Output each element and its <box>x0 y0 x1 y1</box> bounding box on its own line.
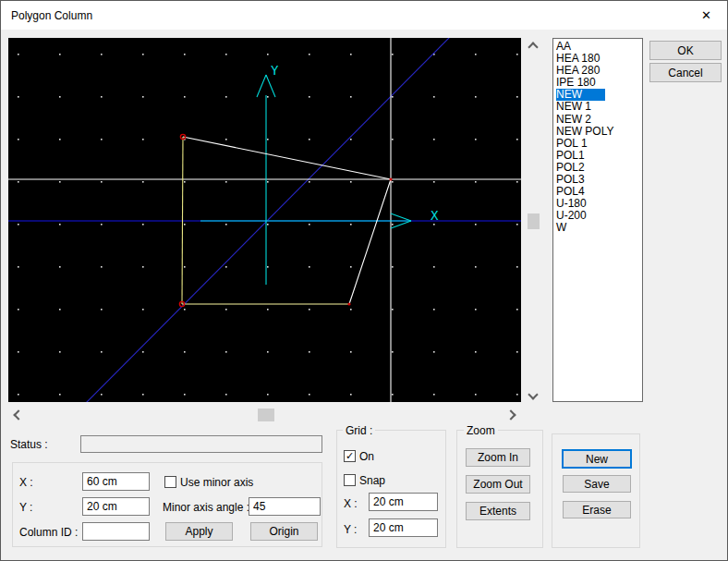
vertical-scrollbar-thumb[interactable] <box>528 213 540 229</box>
new-button[interactable]: New <box>562 449 632 469</box>
zoom-group-title: Zoom <box>464 424 498 437</box>
list-item-label: W <box>556 221 566 234</box>
zoom-out-button[interactable]: Zoom Out <box>466 475 530 494</box>
svg-text:Y: Y <box>271 63 279 78</box>
save-button[interactable]: Save <box>563 475 631 493</box>
title-bar: Polygon Column ✕ <box>1 1 727 30</box>
list-item-label: AA <box>556 40 571 53</box>
x-label: X : <box>19 476 33 489</box>
chevron-up-icon <box>528 42 538 52</box>
list-item[interactable]: W <box>553 222 642 234</box>
chevron-right-icon <box>505 409 516 420</box>
grid-y-input[interactable] <box>369 518 438 537</box>
zoom-in-button[interactable]: Zoom In <box>466 448 530 467</box>
grid-snap-label: Snap <box>359 474 385 487</box>
list-item-label: NEW 1 <box>556 100 591 113</box>
status-field <box>80 435 322 453</box>
use-minor-axis-label: Use minor axis <box>180 476 253 489</box>
polygon-column-dialog: Polygon Column ✕ YX AAHEA 180HEA 280IPE … <box>0 0 728 561</box>
list-item-label: POL4 <box>556 185 585 198</box>
grid-x-input[interactable] <box>369 493 438 511</box>
extents-button[interactable]: Extents <box>466 502 530 520</box>
apply-button[interactable]: Apply <box>165 522 233 541</box>
list-item-label: HEA 280 <box>556 64 600 77</box>
minor-axis-angle-label: Minor axis angle : <box>163 501 249 514</box>
chevron-down-icon <box>528 389 538 399</box>
scroll-left-button[interactable] <box>15 411 22 419</box>
use-minor-axis-checkbox[interactable] <box>164 476 176 488</box>
list-item-label: U-180 <box>556 197 587 210</box>
window-title: Polygon Column <box>11 9 92 22</box>
list-item-label: HEA 180 <box>556 52 600 65</box>
erase-button[interactable]: Erase <box>563 501 631 518</box>
drawing-canvas[interactable]: YX <box>8 38 521 402</box>
grid-on-checkbox[interactable]: ✓ <box>344 450 356 462</box>
list-item-label: POL2 <box>556 161 585 174</box>
grid-y-label: Y : <box>344 523 357 536</box>
scroll-up-button[interactable] <box>529 43 537 51</box>
grid-group-title: Grid : <box>343 424 375 437</box>
list-item-label: POL 1 <box>556 137 588 150</box>
minor-axis-angle-input[interactable] <box>249 497 321 516</box>
cancel-button[interactable]: Cancel <box>649 63 722 82</box>
y-label: Y : <box>19 501 32 514</box>
chevron-left-icon <box>13 409 23 420</box>
grid-x-label: X : <box>344 497 358 510</box>
close-icon: ✕ <box>701 8 711 22</box>
origin-button[interactable]: Origin <box>250 522 318 541</box>
status-label: Status : <box>10 438 48 451</box>
list-item-label: POL3 <box>556 173 585 186</box>
scroll-right-button[interactable] <box>507 411 515 419</box>
horizontal-scrollbar[interactable] <box>8 408 521 422</box>
grid-snap-checkbox[interactable] <box>344 474 356 486</box>
list-item-label: NEW <box>556 89 605 101</box>
list-item-label: U-200 <box>556 209 587 222</box>
section-listbox[interactable]: AAHEA 180HEA 280IPE 180NEWNEW 1NEW 2NEW … <box>552 38 643 402</box>
canvas-drawing: YX <box>8 38 521 402</box>
list-item-label: NEW POLY <box>556 125 613 138</box>
list-item-label: NEW 2 <box>556 113 591 126</box>
svg-text:X: X <box>431 208 439 223</box>
y-input[interactable] <box>82 497 150 516</box>
grid-on-label: On <box>359 450 374 463</box>
column-id-input[interactable] <box>82 522 150 541</box>
list-item-label: IPE 180 <box>556 76 596 89</box>
list-item[interactable]: U-200 <box>553 210 642 222</box>
x-input[interactable] <box>82 472 150 491</box>
scroll-down-button[interactable] <box>529 391 537 398</box>
ok-button[interactable]: OK <box>649 41 722 60</box>
close-button[interactable]: ✕ <box>686 1 727 29</box>
column-id-label: Column ID : <box>19 526 78 539</box>
horizontal-scrollbar-thumb[interactable] <box>258 409 274 421</box>
vertical-scrollbar[interactable] <box>526 38 541 402</box>
list-item-label: POL1 <box>556 149 585 162</box>
